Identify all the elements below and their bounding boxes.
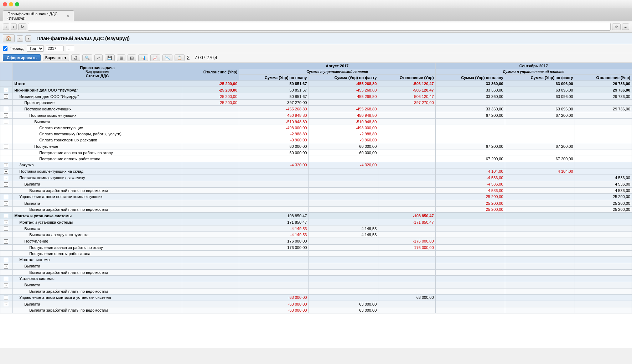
row-aug-dev bbox=[378, 193, 435, 200]
row-label: Выплата bbox=[13, 263, 182, 269]
row-aug-fact bbox=[309, 156, 378, 162]
expand-ctrl[interactable]: - bbox=[0, 119, 13, 125]
row-aug-dev: -506 120,47 bbox=[378, 87, 435, 93]
row-deviation-main: -25 200,00 bbox=[182, 81, 239, 87]
expand-ctrl[interactable]: - bbox=[0, 301, 13, 307]
table-row: Проектирование-25 200,00397 270,00-397 2… bbox=[0, 100, 632, 106]
save-button[interactable]: 💾 bbox=[105, 54, 115, 61]
print-button[interactable]: 🖨 bbox=[71, 54, 80, 61]
row-aug-plan: 60 000,00 bbox=[239, 143, 309, 150]
expand-ctrl[interactable]: - bbox=[0, 93, 13, 100]
table-row: -Выплата-4 149,534 149,53 bbox=[0, 225, 632, 232]
menu-button[interactable]: ≡ bbox=[622, 24, 629, 30]
expand-ctrl[interactable]: - bbox=[0, 219, 13, 225]
expand-ctrl bbox=[0, 288, 13, 294]
expand-ctrl[interactable]: - bbox=[0, 294, 13, 301]
forward-app-button[interactable]: › bbox=[25, 35, 32, 42]
th-sep-fact: Сумма (Упр) по факту bbox=[505, 75, 575, 81]
period-type-select[interactable]: Год bbox=[27, 45, 44, 52]
row-label: Управление этапом поставки комплектующих bbox=[13, 193, 182, 200]
expand-ctrl bbox=[0, 156, 13, 162]
grid-full-button[interactable]: ▦ bbox=[117, 54, 125, 61]
expand-ctrl[interactable]: - bbox=[0, 256, 13, 263]
bookmark-button[interactable]: ☆ bbox=[612, 24, 621, 30]
row-label: Поступление оплаты работ этапа bbox=[13, 156, 182, 162]
browser-tab[interactable]: План-фактный анализ ДДС (Изумруд) ✕ bbox=[3, 10, 74, 21]
expand-ctrl[interactable]: - bbox=[0, 282, 13, 288]
row-aug-plan: -4 149,53 bbox=[239, 225, 309, 232]
search-button[interactable]: 🔍 bbox=[82, 54, 92, 61]
table-row: +Закупка-4 320,00-4 320,00 bbox=[0, 162, 632, 168]
expand-ctrl[interactable]: - bbox=[0, 143, 13, 150]
tab-close-icon[interactable]: ✕ bbox=[67, 14, 69, 18]
move-button[interactable]: ⤢ bbox=[94, 54, 103, 61]
minimize-button[interactable] bbox=[9, 2, 13, 6]
row-deviation-main bbox=[182, 263, 239, 269]
row-sep-fact bbox=[505, 200, 575, 207]
th-aug-group: Август 2017 bbox=[239, 63, 435, 69]
table-row: -Выплата-25 200,0025 200,00 bbox=[0, 200, 632, 207]
row-sep-fact bbox=[505, 150, 575, 156]
maximize-button[interactable] bbox=[15, 2, 19, 6]
row-deviation-main bbox=[182, 288, 239, 294]
row-sep-fact bbox=[505, 125, 575, 131]
period-picker-button[interactable]: ... bbox=[66, 46, 74, 51]
row-label: Выплата bbox=[13, 282, 182, 288]
expand-ctrl[interactable]: - bbox=[0, 213, 13, 219]
row-aug-dev bbox=[378, 112, 435, 119]
home-button[interactable]: 🏠 bbox=[3, 34, 15, 42]
forward-button[interactable]: › bbox=[11, 24, 17, 30]
chart-pie-button[interactable]: 📉 bbox=[162, 54, 172, 61]
row-deviation-main bbox=[182, 143, 239, 150]
url-bar[interactable] bbox=[28, 23, 610, 31]
table-row: -Выплата bbox=[0, 282, 632, 288]
period-checkbox[interactable] bbox=[3, 46, 7, 51]
row-deviation-main bbox=[182, 187, 239, 193]
chart-line-button[interactable]: 📈 bbox=[150, 54, 160, 61]
refresh-button[interactable]: ↻ bbox=[18, 24, 26, 30]
row-sep-fact: 67 200,00 bbox=[505, 156, 575, 162]
expand-ctrl[interactable]: - bbox=[0, 112, 13, 119]
expand-ctrl[interactable]: - bbox=[0, 200, 13, 207]
expand-ctrl[interactable]: - bbox=[0, 193, 13, 200]
table-row: -Выплата-510 948,80-510 948,80 bbox=[0, 119, 632, 125]
variants-button[interactable]: Варианты ▾ bbox=[43, 54, 69, 61]
expand-ctrl[interactable]: - bbox=[0, 106, 13, 112]
expand-ctrl[interactable]: - bbox=[0, 181, 13, 187]
row-deviation-main: -25 200,00 bbox=[182, 100, 239, 106]
row-aug-plan bbox=[239, 181, 309, 187]
expand-ctrl[interactable]: - bbox=[0, 175, 13, 181]
grid-compact-button[interactable]: ▤ bbox=[128, 54, 136, 61]
form-button[interactable]: Сформировать bbox=[3, 54, 41, 61]
table-row: Выплата заработной платы по ведомостям-2… bbox=[0, 207, 632, 213]
row-aug-fact bbox=[309, 244, 378, 250]
row-aug-fact bbox=[309, 207, 378, 213]
close-button[interactable] bbox=[3, 2, 7, 6]
row-aug-dev bbox=[378, 256, 435, 263]
row-sep-dev: 29 736,00 bbox=[575, 106, 632, 112]
main-table: Проектная задача Вид движения Статья ДДС… bbox=[0, 63, 632, 313]
row-aug-dev bbox=[378, 301, 435, 307]
row-sep-fact bbox=[505, 193, 575, 200]
row-sep-fact: 67 200,00 bbox=[505, 143, 575, 150]
row-aug-plan bbox=[239, 187, 309, 193]
row-deviation-main bbox=[182, 294, 239, 301]
back-app-button[interactable]: ‹ bbox=[17, 35, 23, 42]
row-sep-fact bbox=[505, 282, 575, 288]
period-year-input[interactable] bbox=[46, 46, 64, 51]
chart-extra-button[interactable]: 📋 bbox=[175, 54, 185, 61]
expand-ctrl[interactable]: + bbox=[0, 168, 13, 175]
expand-ctrl[interactable]: - bbox=[0, 275, 13, 282]
table-row: +Поставка комплектующих на склад-4 104,0… bbox=[0, 168, 632, 175]
expand-ctrl[interactable]: + bbox=[0, 162, 13, 168]
row-sep-plan: 33 360,00 bbox=[435, 106, 505, 112]
expand-ctrl[interactable]: - bbox=[0, 238, 13, 244]
row-label: Итого bbox=[13, 81, 182, 87]
expand-ctrl[interactable]: - bbox=[0, 263, 13, 269]
expand-ctrl[interactable]: - bbox=[0, 87, 13, 93]
row-aug-fact: 63 000,00 bbox=[309, 307, 378, 313]
row-deviation-main bbox=[182, 156, 239, 162]
chart-bar-button[interactable]: 📊 bbox=[138, 54, 148, 61]
expand-ctrl[interactable]: - bbox=[0, 225, 13, 232]
back-button[interactable]: ‹ bbox=[3, 24, 9, 30]
